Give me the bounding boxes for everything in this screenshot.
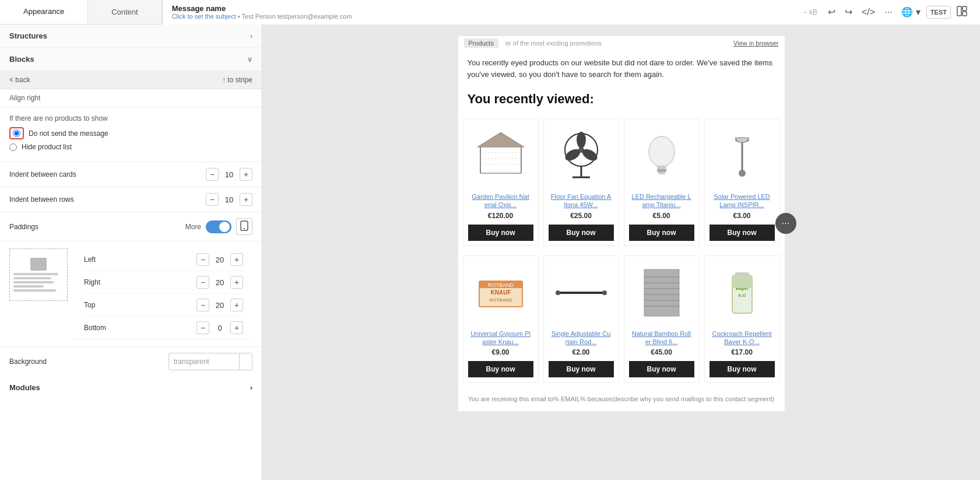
indent-rows-controls: − 10 + xyxy=(206,193,252,206)
card-preview-widget xyxy=(9,248,68,301)
indent-cards-increase[interactable]: + xyxy=(240,168,252,181)
product-name-row2-0[interactable]: Universal Gypsum Pl aster Knau... xyxy=(468,330,533,346)
product-price-row2-3: €17.00 xyxy=(731,348,753,356)
padding-left-decrease[interactable]: − xyxy=(196,253,209,266)
redo-button[interactable]: ↪ xyxy=(841,4,856,20)
svg-rect-36 xyxy=(644,269,679,316)
card-preview-section: Left − 20 + Right − 20 + xyxy=(0,241,262,347)
padding-left-controls: − 20 + xyxy=(196,253,243,266)
product-name-row1-1[interactable]: Floor Fan Equation A ltona 45W... xyxy=(549,192,614,209)
no-products-section: If there are no products to show Do not … xyxy=(0,107,262,162)
globe-button[interactable]: 🌐 ▾ xyxy=(898,4,923,20)
layout-button[interactable] xyxy=(953,3,971,21)
to-stripe-button[interactable]: ↑ to stripe xyxy=(222,76,252,84)
indent-cards-decrease[interactable]: − xyxy=(206,168,219,181)
buy-now-button-row2-1[interactable]: Buy now xyxy=(549,361,614,377)
test-button[interactable]: TEST xyxy=(926,6,951,19)
product-name-row1-0[interactable]: Garden Pavilion Nat erial Oxis... xyxy=(468,192,533,209)
code-button[interactable]: </> xyxy=(858,5,879,20)
sidebar: Structures › Blocks ∨ < back ↑ to stripe… xyxy=(0,24,262,480)
product-name-row1-2[interactable]: LED Rechargeable L amp Titaniu... xyxy=(629,192,694,209)
message-name-label[interactable]: Message name xyxy=(172,4,803,13)
paddings-right: More xyxy=(185,218,252,235)
padding-top-increase[interactable]: + xyxy=(230,299,243,311)
svg-rect-2 xyxy=(963,12,967,16)
email-intro: You recently eyed products on our websit… xyxy=(458,50,785,87)
padding-right-row: Right − 20 + xyxy=(84,271,243,294)
product-card-row2-0: KNAUF ROTBAND ROTBAND Universal Gypsum P… xyxy=(463,255,539,383)
svg-point-15 xyxy=(577,132,586,148)
padding-right-controls: − 20 + xyxy=(196,276,243,289)
radio-hide-list-input[interactable] xyxy=(9,143,17,151)
buy-now-button-row2-3[interactable]: Buy now xyxy=(709,361,775,377)
product-card-row1-2: LED Rechargeable L amp Titaniu... €5.00 … xyxy=(624,118,700,246)
padding-details: Left − 20 + Right − 20 + xyxy=(75,248,252,339)
buy-now-button-row2-0[interactable]: Buy now xyxy=(468,361,533,377)
padding-top-decrease[interactable]: − xyxy=(196,299,209,311)
padding-bottom-decrease[interactable]: − xyxy=(196,321,209,334)
product-card-row1-3: Solar Powered LED Lamp INSPIR... €3.00 B… xyxy=(704,118,780,246)
email-wrapper: Products er of the most exciting promoti… xyxy=(458,36,785,411)
product-name-row2-3[interactable]: Cockroach Repellent Bayer K-O... xyxy=(709,330,775,346)
padding-left-increase[interactable]: + xyxy=(230,253,243,266)
buy-now-button-row1-1[interactable]: Buy now xyxy=(549,225,614,241)
padding-detail-section: Left − 20 + Right − 20 + xyxy=(75,248,252,339)
mobile-view-button[interactable] xyxy=(236,218,252,235)
products-tag: Products xyxy=(464,38,498,48)
padding-right-decrease[interactable]: − xyxy=(196,276,209,289)
product-image-row2-3: Bayer K-O xyxy=(710,261,774,325)
svg-point-35 xyxy=(602,290,607,295)
message-info: Message name Click to set the subject • … xyxy=(172,4,803,20)
svg-marker-5 xyxy=(477,132,524,147)
background-swatch[interactable] xyxy=(239,353,252,370)
more-button[interactable]: ··· xyxy=(881,5,895,20)
structures-header[interactable]: Structures › xyxy=(0,24,262,47)
product-name-row2-2[interactable]: Natural Bamboo Roll er Blind 6... xyxy=(629,330,694,346)
padding-top-controls: − 20 + xyxy=(196,299,243,311)
padding-left-row: Left − 20 + xyxy=(84,248,243,271)
radio-do-not-send-input[interactable] xyxy=(13,129,20,137)
email-promo-text: er of the most exciting promotions xyxy=(498,40,733,47)
buy-now-button-row1-2[interactable]: Buy now xyxy=(629,225,694,241)
svg-rect-0 xyxy=(957,6,961,16)
product-price-row1-3: €3.00 xyxy=(733,212,750,220)
buy-now-button-row1-3[interactable]: Buy now xyxy=(709,225,775,241)
padding-top-row: Top − 20 + xyxy=(84,294,243,317)
view-browser-link[interactable]: View in browser xyxy=(733,40,778,47)
size-indicator: − kB xyxy=(803,8,817,16)
svg-point-34 xyxy=(556,290,560,295)
buy-now-button-row2-2[interactable]: Buy now xyxy=(629,361,694,377)
svg-rect-47 xyxy=(732,275,752,288)
product-card-row2-2: Natural Bamboo Roll er Blind 6... €45.00… xyxy=(624,255,700,383)
product-name-row2-1[interactable]: Single Adjustable Cu rtain Rod... xyxy=(549,330,614,346)
padding-bottom-increase[interactable]: + xyxy=(230,321,243,334)
indent-rows-increase[interactable]: + xyxy=(240,193,252,206)
product-name-row1-3[interactable]: Solar Powered LED Lamp INSPIR... xyxy=(709,192,775,209)
svg-text:KNAUF: KNAUF xyxy=(490,289,511,296)
indent-cards-controls: − 10 + xyxy=(206,168,252,181)
set-subject-link[interactable]: Click to set the subject xyxy=(172,13,236,20)
buy-now-button-row1-0[interactable]: Buy now xyxy=(468,225,533,241)
back-button[interactable]: < back xyxy=(9,76,30,84)
product-image-row1-2 xyxy=(630,124,694,188)
email-footer: You are receiving this email to% EMAIL% … xyxy=(458,387,785,411)
product-image-row1-1 xyxy=(549,124,613,188)
padding-left-value: 20 xyxy=(213,255,227,264)
blocks-section: Blocks ∨ xyxy=(0,48,262,71)
tab-appearance[interactable]: Appearance xyxy=(0,0,88,24)
indent-rows-decrease[interactable]: − xyxy=(206,193,219,206)
paddings-row: Paddings More xyxy=(0,212,262,241)
email-header-bar: Products er of the most exciting promoti… xyxy=(458,36,785,50)
floating-dots-button[interactable]: ··· xyxy=(775,213,796,234)
paddings-toggle[interactable] xyxy=(206,220,231,233)
tab-content[interactable]: Content xyxy=(88,0,162,24)
undo-button[interactable]: ↩ xyxy=(824,4,839,20)
svg-rect-21 xyxy=(657,166,666,169)
blocks-header[interactable]: Blocks ∨ xyxy=(0,48,262,71)
svg-point-27 xyxy=(739,170,746,177)
background-input[interactable] xyxy=(169,355,239,368)
padding-right-increase[interactable]: + xyxy=(230,276,243,289)
padding-bottom-value: 0 xyxy=(213,324,227,332)
svg-text:ROTBAND: ROTBAND xyxy=(487,282,514,288)
modules-arrow[interactable]: › xyxy=(250,383,252,392)
